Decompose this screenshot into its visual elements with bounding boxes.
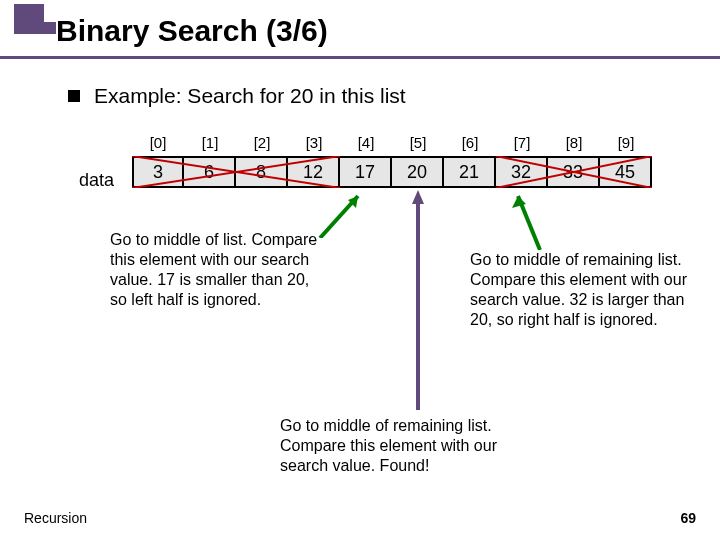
arrow-to-20 [408, 190, 428, 410]
idx-cell: [3] [288, 134, 340, 156]
val-cell: 20 [392, 156, 444, 188]
val-cell: 21 [444, 156, 496, 188]
idx-cell: [5] [392, 134, 444, 156]
index-row: [0] [1] [2] [3] [4] [5] [6] [7] [8] [9] [132, 134, 652, 156]
note-left: Go to middle of list. Compare this eleme… [110, 230, 330, 310]
idx-cell: [2] [236, 134, 288, 156]
val-cell: 32 [496, 156, 548, 188]
idx-cell: [1] [184, 134, 236, 156]
idx-cell: [9] [600, 134, 652, 156]
val-cell: 17 [340, 156, 392, 188]
accent-square-small [44, 22, 56, 34]
footer-topic: Recursion [24, 510, 87, 526]
idx-cell: [7] [496, 134, 548, 156]
page-title: Binary Search (3/6) [56, 14, 328, 48]
accent-square-large [14, 4, 44, 34]
arrow-to-32 [500, 190, 560, 250]
val-cell: 33 [548, 156, 600, 188]
bullet-icon [68, 90, 80, 102]
val-cell: 45 [600, 156, 652, 188]
svg-marker-9 [412, 190, 424, 204]
val-cell: 6 [184, 156, 236, 188]
idx-cell: [0] [132, 134, 184, 156]
val-cell: 8 [236, 156, 288, 188]
value-row: 3 6 8 12 17 20 21 32 33 45 [132, 156, 652, 188]
note-bottom: Go to middle of remaining list. Compare … [280, 416, 540, 476]
page-number: 69 [680, 510, 696, 526]
val-cell: 3 [132, 156, 184, 188]
array-table: [0] [1] [2] [3] [4] [5] [6] [7] [8] [9] … [132, 134, 652, 188]
accent-rule [0, 56, 720, 59]
idx-cell: [4] [340, 134, 392, 156]
idx-cell: [8] [548, 134, 600, 156]
subtitle: Example: Search for 20 in this list [94, 84, 406, 108]
bullet-row: Example: Search for 20 in this list [68, 84, 406, 108]
note-right: Go to middle of remaining list. Compare … [470, 250, 695, 330]
array-label: data [79, 170, 114, 191]
val-cell: 12 [288, 156, 340, 188]
idx-cell: [6] [444, 134, 496, 156]
